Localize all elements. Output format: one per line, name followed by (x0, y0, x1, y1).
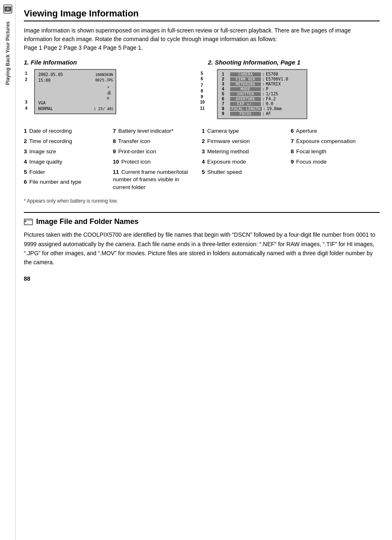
label-num: 9 (291, 159, 294, 165)
shoot-row-5: 6APERTURE : F4.2 (221, 97, 303, 101)
label-num: 10 (113, 159, 119, 165)
label-num: 7 (291, 138, 294, 144)
shoot-row-6: 7EXP +/- : 0.0 (221, 102, 303, 106)
label-num: 2 (202, 138, 205, 144)
left-label-2: 3 Image size (24, 148, 109, 156)
label-num: 9 (113, 148, 116, 155)
shoot-key-0: CAMERA (230, 72, 261, 76)
shoot-row-3: 4MODE : P (221, 87, 303, 91)
mid-label-1: 8 Transfer icon (113, 138, 198, 145)
image-file-title-row: Image File and Folder Names (24, 217, 380, 226)
left-label-0: 1 Date of recording (24, 127, 109, 135)
lcd-date: 2002.05.05 (38, 72, 63, 77)
shoot-val-1: E5700V1.0 (266, 77, 288, 81)
lcd-time: 15:00 (38, 78, 51, 83)
label-num: 5 (24, 169, 27, 175)
page-container: Playing Back Your Pictures Viewing Image… (0, 0, 392, 540)
sidebar: Playing Back Your Pictures (0, 0, 16, 540)
left-label-1: 2 Time of recording (24, 138, 109, 145)
right-label2-0: 6 Aperture (291, 127, 376, 135)
shoot-key-8: FOCUS (230, 112, 261, 116)
intro-text: Image information is shown superimposed … (24, 26, 380, 52)
shoot-val-0: E5700 (266, 72, 278, 76)
label-num: 4 (202, 159, 205, 165)
sidebar-icon (3, 4, 13, 14)
shooting-info-title: 2. Shooting Information, Page 1 (208, 59, 380, 66)
lcd-box: 2002.05.05 15:00 100NIKON 0025.JPG (34, 69, 116, 114)
right-label1-2: 3 Metering method (202, 148, 287, 156)
shoot-n-5: 6 (222, 97, 224, 101)
lcd-n4: 4 (25, 106, 28, 111)
label-num: 3 (24, 148, 27, 155)
shoot-val-3: P (266, 87, 268, 91)
lcd-n10: 10 (200, 100, 205, 104)
viewing-image-info-title: Viewing Image Information (24, 8, 380, 21)
label-num: 1 (202, 128, 205, 134)
shoot-key-7: FOCAL LENGTH (230, 107, 262, 111)
shoot-diagram-wrapper: 1CAMERA : E57002FIRM VER : E5700V1.03MET… (217, 69, 380, 119)
folder-icon (24, 217, 33, 226)
left-label-4: 5 Folder (24, 168, 109, 176)
shoot-n-6: 7 (222, 102, 224, 106)
right-label1-1: 2 Firmware version (202, 138, 287, 145)
lcd-diagram-wrapper: 1 2 3 4 2002.05.05 15:00 (34, 69, 196, 114)
shoot-n-1: 2 (222, 77, 224, 81)
label-num: 1 (24, 128, 27, 134)
right-labels2: 6 Aperture7 Exposure compensation8 Focal… (291, 127, 376, 166)
page-number: 88 (24, 275, 380, 282)
image-file-body: Pictures taken with the COOLPIX5700 are … (24, 230, 380, 267)
lcd-n5: 5 (201, 71, 203, 76)
diagram-row: 1. File Information 1 2 3 4 2002.05.05 (24, 59, 380, 119)
left-labels: 1 Date of recording2 Time of recording3 … (24, 127, 109, 186)
lcd-frames: ( 25/ 40) (94, 106, 114, 111)
right-label2-1: 7 Exposure compensation (291, 138, 376, 145)
shoot-row-4: 5SHUTTER : 1/125 (221, 92, 303, 96)
shoot-key-1: FIRM VER (230, 77, 261, 81)
labels-col-3: 1 Camera type2 Firmware version3 Meterin… (202, 127, 291, 194)
lcd-n9: 9 (201, 95, 203, 99)
main-content: Viewing Image Information Image informat… (16, 0, 392, 540)
shoot-val-6: 0.0 (266, 102, 273, 106)
label-num: 11 (113, 169, 119, 175)
shoot-n-4: 5 (222, 92, 224, 96)
label-num: 4 (24, 159, 27, 165)
shoot-n-7: 8 (222, 106, 224, 111)
right-label2-2: 8 Focal length (291, 148, 376, 156)
shoot-val-2: MATRIX (266, 82, 281, 86)
sidebar-text: Playing Back Your Pictures (5, 21, 11, 85)
shoot-row-2: 3METERING : MATRIX (221, 82, 303, 86)
label-num: 5 (202, 169, 205, 175)
lcd-n3: 3 (25, 100, 28, 104)
file-info-col: 1. File Information 1 2 3 4 2002.05.05 (24, 59, 196, 119)
shoot-row-7: 8FOCAL LENGTH : 19.0mm (221, 106, 303, 111)
svg-point-6 (25, 221, 26, 222)
shoot-n-3: 4 (222, 87, 224, 91)
image-file-title: Image File and Folder Names (36, 217, 138, 226)
label-num: 8 (291, 148, 294, 155)
label-num: 2 (24, 138, 27, 144)
lcd-n2: 2 (25, 77, 28, 82)
mid-label-3: 10 Protect icon (113, 158, 198, 166)
labels-col-1: 1 Date of recording2 Time of recording3 … (24, 127, 113, 194)
labels-col-2: 7 Battery level indicator*8 Transfer ico… (113, 127, 202, 194)
mid-label-0: 7 Battery level indicator* (113, 127, 198, 135)
lcd-icons-area: ⚡ 🖨 ⊙ (107, 85, 111, 101)
lcd-folder: 100NIKON (95, 72, 113, 77)
right-label1-4: 5 Shutter speed (202, 168, 287, 176)
shoot-val-4: 1/125 (266, 92, 278, 96)
mid-labels: 7 Battery level indicator*8 Transfer ico… (113, 127, 198, 192)
lcd-size: VGA (38, 101, 46, 105)
mid-label-4: 11 Current frame number/total number of … (113, 168, 198, 192)
shoot-key-2: METERING (230, 82, 261, 86)
left-label-5: 6 File number and type (24, 178, 109, 186)
lcd-n7: 7 (201, 83, 203, 88)
shoot-val-7: 19.0mm (267, 106, 281, 111)
lcd-n8: 8 (201, 89, 203, 93)
label-num: 3 (202, 148, 205, 155)
shoot-key-5: APERTURE (230, 97, 261, 101)
shoot-key-3: MODE (230, 87, 261, 91)
footnote: * Appears only when battery is running l… (24, 198, 380, 204)
file-info-title: 1. File Information (24, 59, 196, 66)
shoot-n-0: 1 (222, 72, 224, 76)
right-label1-0: 1 Camera type (202, 127, 287, 135)
